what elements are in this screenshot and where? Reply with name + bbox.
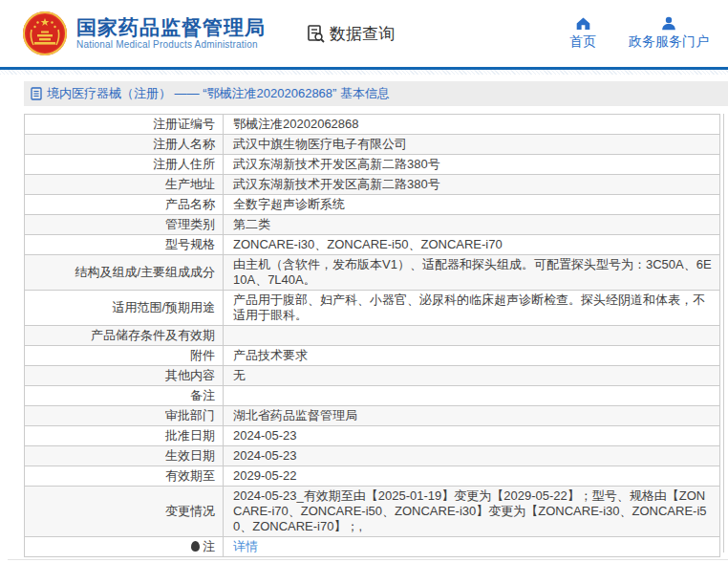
row-label: 备注 [25,386,224,406]
row-label: 有效期至 [25,466,224,487]
row-label: 生产地址 [25,175,224,195]
user-icon [661,16,676,31]
row-label: 批准日期 [25,426,224,446]
table-row: 产品储存条件及有效期 [25,326,720,346]
bulb-icon [191,541,200,552]
table-row: 适用范围/预期用途产品用于腹部、妇产科、小器官、泌尿科的临床超声诊断检查。探头经… [25,291,720,326]
row-value: 武汉中旗生物医疗电子有限公司 [224,135,720,155]
footer-divider [8,559,728,560]
table-row: 注详情 [25,537,720,557]
row-value: 第二类 [224,215,720,235]
table-row: 批准日期2024-05-23 [25,426,720,446]
row-value: 武汉东湖新技术开发区高新二路380号 [224,155,720,175]
row-label: 其他内容 [25,366,224,386]
row-value: 2024-05-23_有效期至由【2025-01-19】变更为【2029-05-… [224,487,720,537]
nav-item-gov-portal[interactable]: 政务服务门户 [629,16,709,51]
national-emblem-logo [22,11,68,56]
row-value: ZONCARE-i30、ZONCARE-i50、ZONCARE-i70 [224,235,720,255]
table-row: 生效日期2024-05-23 [25,446,720,466]
site-subtitle: National Medical Products Administration [76,40,266,50]
site-title-block: 国家药品监督管理局 National Medical Products Admi… [76,17,266,50]
table-row: 附件产品技术要求 [25,346,720,366]
table-row: 有效期至2029-05-22 [25,466,720,487]
table-row: 注册人名称武汉中旗生物医疗电子有限公司 [25,135,720,155]
table-row: 结构及组成/主要组成成分由主机（含软件，发布版本V1）、适配器和探头组成。可配置… [25,255,720,291]
table-row: 审批部门湖北省药品监督管理局 [25,406,720,426]
row-value: 由主机（含软件，发布版本V1）、适配器和探头组成。可配置探头型号为：3C50A、… [224,255,720,291]
table-row: 型号规格ZONCARE-i30、ZONCARE-i50、ZONCARE-i70 [25,235,720,255]
registration-info-table: 注册证编号鄂械注准20202062868注册人名称武汉中旗生物医疗电子有限公司注… [24,114,720,557]
doc-search-icon [306,24,326,44]
row-value: 2029-05-22 [224,466,720,487]
table-row: 生产地址武汉东湖新技术开发区高新二路380号 [25,175,720,195]
table-row: 注册证编号鄂械注准20202062868 [25,115,720,135]
row-label: 产品储存条件及有效期 [25,326,224,346]
data-query-label: 数据查询 [330,23,395,45]
row-label: 注册证编号 [25,115,224,135]
row-value: 鄂械注准20202062868 [224,115,720,135]
row-value: 2024-05-23 [224,426,720,446]
table-row: 其他内容无 [25,366,720,386]
row-label: 管理类别 [25,215,224,235]
row-value: 武汉东湖新技术开发区高新二路380号 [224,175,720,195]
row-value: 产品用于腹部、妇产科、小器官、泌尿科的临床超声诊断检查。探头经阴道和体表，不适用… [224,291,720,326]
right-edge-line [723,114,724,552]
table-row: 备注 [25,386,720,406]
table-row: 注册人住所武汉东湖新技术开发区高新二路380号 [25,155,720,175]
site-title: 国家药品监督管理局 [76,17,266,37]
row-label: 适用范围/预期用途 [25,291,224,326]
row-value: 2024-05-23 [224,446,720,466]
row-label: 注 [25,537,224,557]
row-label: 产品名称 [25,195,224,215]
nav-home-label: 首页 [569,33,596,51]
header-nav: 首页 政务服务门户 [569,16,709,51]
breadcrumb: 境内医疗器械（注册） —— “鄂械注准20202062868” 基本信息 [24,81,728,106]
document-icon [31,87,42,100]
row-label: 结构及组成/主要组成成分 [25,255,224,291]
row-label: 变更情况 [25,487,224,537]
row-label: 生效日期 [25,446,224,466]
table-row: 管理类别第二类 [25,215,720,235]
nav-item-home[interactable]: 首页 [569,16,596,51]
nav-gov-portal-label: 政务服务门户 [629,33,709,51]
breadcrumb-text: 境内医疗器械（注册） —— “鄂械注准20202062868” 基本信息 [47,85,390,102]
row-label: 附件 [25,346,224,366]
row-value: 产品技术要求 [224,346,720,366]
row-label: 注册人住所 [25,155,224,175]
home-icon [575,16,591,31]
table-row: 变更情况2024-05-23_有效期至由【2025-01-19】变更为【2029… [25,487,720,537]
row-value [224,386,720,406]
row-label: 注册人名称 [25,135,224,155]
row-label: 型号规格 [25,235,224,255]
row-value: 全数字超声诊断系统 [224,195,720,215]
row-label: 审批部门 [25,406,224,426]
data-query-button[interactable]: 数据查询 [306,23,395,45]
row-value: 湖北省药品监督管理局 [224,406,720,426]
row-value: 无 [224,366,720,386]
header-hatch-strip [0,70,728,75]
detail-link[interactable]: 详情 [233,539,258,553]
site-header: 国家药品监督管理局 National Medical Products Admi… [0,0,728,67]
table-row: 产品名称全数字超声诊断系统 [25,195,720,215]
row-value [224,326,720,346]
row-value: 详情 [224,537,720,557]
